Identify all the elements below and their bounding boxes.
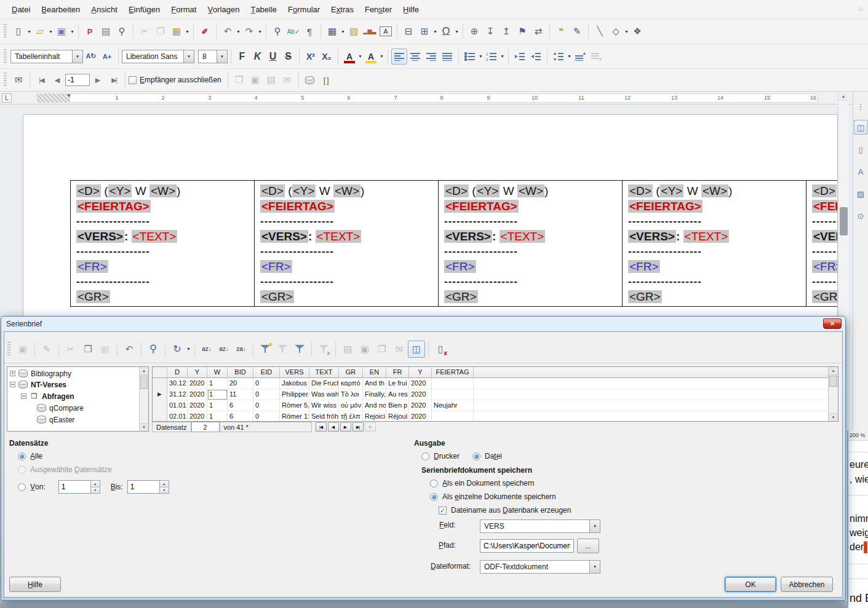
field-text[interactable]: <TEXT> bbox=[132, 230, 178, 243]
dialog-close-icon[interactable]: ✕ bbox=[823, 318, 842, 329]
cell[interactable]: 0 bbox=[253, 389, 280, 400]
field-gr[interactable]: <GR> bbox=[812, 290, 838, 303]
show-draw-functions-icon[interactable]: ❖ bbox=[629, 23, 645, 39]
records-selected-option[interactable]: Ausgewählte D̲atensätze bbox=[18, 465, 112, 474]
menu-vorlagen[interactable]: V̲orlagen bbox=[202, 2, 245, 17]
cell[interactable] bbox=[432, 389, 474, 400]
cell[interactable] bbox=[432, 411, 474, 422]
reset-filter-icon[interactable]: ✘ bbox=[315, 341, 332, 358]
field-vers[interactable]: <VERS> bbox=[628, 230, 676, 243]
field-feiertag[interactable]: <FEIERTAG> bbox=[260, 200, 335, 213]
exclude-recipient-checkbox[interactable] bbox=[129, 76, 137, 84]
from-radio[interactable] bbox=[18, 483, 26, 491]
open-dropdown-icon[interactable]: ▾ bbox=[48, 29, 54, 34]
col-header-d[interactable]: D bbox=[167, 367, 188, 378]
update-style-icon[interactable]: A↻ bbox=[83, 49, 99, 65]
paste-dropdown-icon[interactable]: ▾ bbox=[185, 29, 190, 34]
field-fr[interactable]: <FR> bbox=[444, 260, 476, 273]
col-header-w[interactable]: W bbox=[207, 367, 228, 378]
toolbar-grip[interactable] bbox=[4, 49, 7, 64]
records-range-option[interactable]: V̲on: ▲▼ B̲is: ▲▼ bbox=[18, 480, 169, 494]
spin-down-icon[interactable]: ▼ bbox=[91, 488, 100, 494]
shapes-dropdown-icon[interactable]: ▾ bbox=[624, 29, 629, 34]
field-d[interactable]: <D> bbox=[260, 184, 285, 197]
redo-icon[interactable]: ↷ bbox=[241, 23, 257, 39]
file-radio[interactable] bbox=[472, 452, 480, 460]
col-header-en[interactable]: EN bbox=[363, 367, 386, 378]
previous-record-icon[interactable]: ◀ bbox=[328, 422, 339, 432]
col-header-fr[interactable]: FR bbox=[386, 367, 409, 378]
cell[interactable]: καρπό bbox=[339, 378, 363, 389]
menu-einfuegen[interactable]: E̲infügen bbox=[123, 2, 165, 17]
cell[interactable]: τῇ ἐλπ bbox=[339, 411, 363, 422]
scroll-up-icon[interactable]: ▲ bbox=[838, 92, 848, 101]
cell[interactable]: οὐ μόν bbox=[339, 400, 363, 411]
find-replace-icon[interactable]: ⚲ bbox=[269, 23, 285, 39]
merge-table-cell[interactable]: <D> (<Y> W <W>) <FEIERTAG> -------------… bbox=[439, 181, 623, 306]
row-header[interactable] bbox=[153, 400, 167, 411]
cell[interactable]: 2020 bbox=[188, 389, 207, 400]
size-dropdown-icon[interactable]: ▾ bbox=[217, 50, 227, 63]
field-gr[interactable]: <GR> bbox=[76, 290, 110, 303]
sidebar-styles-icon[interactable]: A bbox=[854, 164, 867, 179]
col-header-feiertag[interactable]: FEIERTAG bbox=[432, 367, 474, 378]
tree-item-qeaster[interactable]: qEaster bbox=[7, 414, 148, 425]
save-as-one-option[interactable]: A̲ls ein Dokument speichern bbox=[430, 479, 534, 488]
sort-ascending-icon[interactable]: az↓ bbox=[215, 341, 233, 358]
field-text[interactable]: <TEXT> bbox=[500, 230, 546, 243]
browse-button[interactable]: ... bbox=[577, 539, 599, 553]
increase-paragraph-spacing-icon[interactable] bbox=[572, 49, 588, 65]
field-w[interactable]: <W> bbox=[333, 184, 360, 197]
superscript-icon[interactable]: X² bbox=[303, 49, 319, 65]
cell[interactable]: 2020 bbox=[409, 389, 432, 400]
field-gr[interactable]: <GR> bbox=[444, 290, 478, 303]
col-header-text[interactable]: TEXT bbox=[309, 367, 339, 378]
merge-table-cell[interactable]: <D> (<Y> W <W>) <FEIERTAG> -------------… bbox=[255, 181, 439, 306]
grid-corner[interactable] bbox=[153, 367, 167, 378]
cell[interactable]: 2020 bbox=[409, 400, 432, 411]
field-fr[interactable]: <FR> bbox=[628, 260, 660, 273]
autofilter-icon[interactable] bbox=[257, 341, 274, 358]
explorer-toggle-icon[interactable]: ◫ bbox=[408, 341, 425, 358]
field-feiertag[interactable]: <FEIERTAG> bbox=[444, 200, 519, 213]
highlight-dropdown-icon[interactable]: ▾ bbox=[379, 53, 384, 59]
cut-icon[interactable]: ✂ bbox=[62, 341, 79, 358]
field-fr[interactable]: <FR> bbox=[76, 260, 108, 273]
cell[interactable]: 1 bbox=[207, 411, 228, 422]
tree-scrollbar[interactable]: ▲ ▼ bbox=[139, 367, 148, 431]
format-dropdown-icon[interactable]: ▾ bbox=[589, 561, 600, 573]
table-row[interactable]: 01.01 2020 1 6 0 Römer 5, Wir wiss οὐ μό… bbox=[153, 400, 838, 411]
apply-filter-icon[interactable] bbox=[274, 341, 291, 358]
align-center-icon[interactable] bbox=[407, 49, 423, 65]
bullet-list-icon[interactable] bbox=[462, 49, 478, 65]
single-document-radio[interactable] bbox=[430, 480, 438, 488]
underline-icon[interactable]: U bbox=[265, 49, 281, 65]
spin-down-icon[interactable]: ▼ bbox=[160, 488, 169, 494]
save-dropdown-icon[interactable]: ▾ bbox=[70, 29, 75, 34]
cell[interactable]: 2020 bbox=[188, 400, 207, 411]
field-vers[interactable]: <VERS> bbox=[444, 230, 492, 243]
refresh-icon[interactable]: ↻ bbox=[169, 341, 186, 358]
edit-data-icon[interactable]: ✎ bbox=[38, 341, 55, 358]
font-size-combobox[interactable]: 8▾ bbox=[198, 50, 228, 63]
open-icon[interactable]: ▱ bbox=[32, 23, 48, 39]
decrease-indent-icon[interactable] bbox=[528, 49, 544, 65]
merge-table-cell[interactable]: <D> (<Y> W <W>) <FEIERTAG> -------------… bbox=[71, 181, 255, 306]
comment-icon[interactable]: ❝ bbox=[553, 23, 569, 39]
ok-button[interactable]: OK bbox=[725, 577, 776, 592]
format-combobox[interactable]: ODF-Textdokument▾ bbox=[480, 560, 600, 574]
cell[interactable]: Le frui bbox=[386, 378, 409, 389]
horizontal-ruler[interactable]: L ▼ 1 2 3 4 5 6 7 8 9 10 11 12 13 14 15 … bbox=[0, 92, 868, 105]
collapse-icon[interactable]: − bbox=[10, 382, 15, 387]
print-preview-icon[interactable]: ⚲ bbox=[114, 23, 130, 39]
cell[interactable]: Römer 5, bbox=[280, 400, 309, 411]
field-feiertag[interactable]: <FEIERTAG> bbox=[628, 200, 703, 213]
sidebar-navigator-icon[interactable]: ⊙ bbox=[854, 208, 867, 223]
menu-formular[interactable]: Fo̲rmular bbox=[282, 2, 325, 17]
page-break-icon[interactable]: ⊟ bbox=[400, 23, 416, 39]
menubar-options-icon[interactable]: ○ bbox=[858, 4, 863, 14]
next-record-icon[interactable]: ▶ bbox=[90, 72, 106, 88]
cell[interactable]: And th bbox=[363, 378, 386, 389]
table-row-current[interactable]: ▶ 31.12 2020 1 11 0 Philipper Was wah Τὸ… bbox=[153, 389, 838, 400]
from-spinner[interactable]: ▲▼ bbox=[58, 480, 100, 494]
